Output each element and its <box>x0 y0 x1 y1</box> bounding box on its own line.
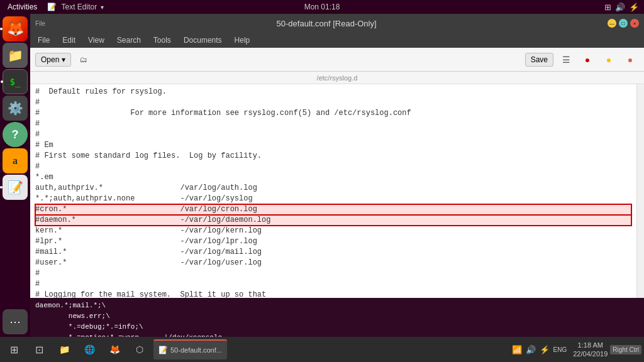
close-window-btn[interactable]: ● <box>621 51 639 69</box>
code-line: # For more information see rsyslog.conf(… <box>35 108 631 119</box>
dock-help[interactable]: ? <box>3 122 28 147</box>
clock-date: 22/04/2019 <box>573 349 608 358</box>
power-icon[interactable]: ⚡ <box>629 3 639 12</box>
window-controls: — □ × <box>608 19 639 28</box>
window-close-btn[interactable]: × <box>630 19 639 28</box>
code-line: auth,authpriv.* /var/log/auth.log <box>35 183 631 194</box>
terminal-line: *.=debug;*.=info;\ <box>35 322 639 332</box>
menu-file[interactable]: File <box>35 35 52 46</box>
editor-window-title: 50-default.conf [Read-Only] <box>45 19 608 28</box>
gnome-bar-left: Activities 📝 Text Editor ▾ <box>5 3 104 11</box>
terminal-icon: $_ <box>10 77 21 87</box>
dock-amazon[interactable]: a <box>3 148 28 173</box>
main-area: File 50-default.conf [Read-Only] — □ × F… <box>30 14 644 337</box>
code-line: # Default rules for rsyslog. <box>35 87 631 97</box>
apps-grid-icon: ⋯ <box>9 315 21 329</box>
right-ctrl-label: Right Ctrl <box>610 345 641 354</box>
code-line: #lpr.* -/var/log/lpr.log <box>35 236 631 247</box>
taskbar: ⊞ ⊡ 📁 🌐 🦊 ⬡ 📝 50-default.conf... 📶 🔊 ⚡ E… <box>0 337 644 362</box>
activities-button[interactable]: Activities <box>5 3 40 11</box>
dock-apps[interactable]: ⋯ <box>3 309 28 334</box>
tray-volume-icon[interactable]: 🔊 <box>526 345 536 354</box>
terminal-line: news.err;\ <box>35 311 639 322</box>
taskbar-firefox-btn[interactable]: 🦊 <box>103 338 126 361</box>
dock-terminal[interactable]: $_ <box>3 69 28 94</box>
editor-window: File 50-default.conf [Read-Only] — □ × F… <box>30 14 644 337</box>
open-button[interactable]: Open ▾ <box>35 53 71 67</box>
code-line: # <box>35 268 631 279</box>
code-area[interactable]: # Default rules for rsyslog. # # For mor… <box>30 84 636 321</box>
window-minimize-btn[interactable]: — <box>608 19 616 28</box>
application-dock: 🦊 📁 $_ ⚙️ ? a 📝 ⋯ <box>0 14 30 337</box>
save-label: Save <box>531 55 548 64</box>
code-line: kern.* -/var/log/kern.log <box>35 226 631 236</box>
taskbar-files-btn[interactable]: 📁 <box>53 338 75 361</box>
firefox-icon: 🦊 <box>7 21 24 37</box>
editor-menu-text: File <box>35 20 45 27</box>
editor-content[interactable]: # Default rules for rsyslog. # # For mor… <box>30 84 644 321</box>
save-button[interactable]: Save <box>525 53 553 67</box>
menu-help[interactable]: Help <box>232 35 253 46</box>
gnome-bar-right: ⊞ 🔊 ⚡ <box>604 3 639 12</box>
menu-documents[interactable]: Documents <box>181 35 225 46</box>
terminal-line: daemon.*;mail.*;\ <box>35 300 639 311</box>
gnome-topbar: Activities 📝 Text Editor ▾ Mon 01:18 ⊞ 🔊… <box>0 0 644 14</box>
code-line: *.em <box>35 172 631 183</box>
code-line: # <box>35 119 631 129</box>
tray-battery-icon[interactable]: ⚡ <box>540 345 550 354</box>
app-menu-label[interactable]: 📝 Text Editor ▾ <box>47 3 103 11</box>
editor-icon: 📝 <box>8 180 23 195</box>
menubar: File Edit View Search Tools Documents He… <box>30 33 644 48</box>
menu-search[interactable]: Search <box>114 35 143 46</box>
settings-icon: ⚙️ <box>8 101 23 116</box>
taskbar-editor-icon: 📝 <box>158 346 168 354</box>
code-line: *.*;auth,authpriv.none -/var/log/syslog <box>35 194 631 204</box>
taskbar-windows-btn[interactable]: ⊞ <box>3 338 25 361</box>
editor-titlebar-left: File <box>35 20 45 27</box>
files-icon: 📁 <box>8 48 23 63</box>
code-line: #mail.* -/var/log/mail.log <box>35 247 631 258</box>
tray-network-icon[interactable]: 📶 <box>512 345 522 354</box>
dock-editor[interactable]: 📝 <box>3 175 28 200</box>
taskbar-3d-btn[interactable]: ⬡ <box>128 338 151 361</box>
dock-settings[interactable]: ⚙️ <box>3 96 28 121</box>
scrollbar[interactable] <box>636 84 644 321</box>
close-file-btn[interactable]: ● <box>579 51 596 69</box>
editor-titlebar: File 50-default.conf [Read-Only] — □ × <box>30 14 644 33</box>
code-line: # <box>35 97 631 108</box>
code-line: # <box>35 162 631 172</box>
menu-button[interactable]: ☰ <box>557 51 575 69</box>
clock-time: 1:18 AM <box>573 341 608 349</box>
help-icon: ? <box>12 128 19 141</box>
code-line: # <box>35 279 631 290</box>
open-label: Open ▾ <box>41 55 65 64</box>
clock-display[interactable]: 1:18 AM 22/04/2019 <box>573 341 608 359</box>
dock-firefox[interactable]: 🦊 <box>3 16 28 41</box>
menu-view[interactable]: View <box>86 35 107 46</box>
system-tray: 📶 🔊 ⚡ ENG <box>508 345 571 354</box>
volume-icon[interactable]: 🔊 <box>615 3 625 12</box>
taskbar-editor-label: 50-default.conf... <box>170 346 222 354</box>
code-line-highlighted: #daemon.* -/var/log/daemon.log <box>35 215 631 226</box>
file-path-text: /etc/rsyslog.d <box>317 74 358 82</box>
amazon-icon: a <box>13 155 18 167</box>
code-line: # First some standard log files. Log by … <box>35 151 631 162</box>
gnome-datetime[interactable]: Mon 01:18 <box>304 3 340 11</box>
window-maximize-btn[interactable]: □ <box>619 19 628 28</box>
recent-files-button[interactable]: 🗂 <box>75 51 92 69</box>
code-line-highlighted: #cron.* /var/log/cron.log <box>35 204 631 215</box>
minimize-file-btn[interactable]: ● <box>600 51 618 69</box>
code-line: #user.* -/var/log/user.log <box>35 258 631 268</box>
menu-edit[interactable]: Edit <box>60 35 78 46</box>
code-line: # <box>35 129 631 140</box>
taskbar-chrome-btn[interactable]: 🌐 <box>78 338 101 361</box>
toolbar: Open ▾ 🗂 Save ☰ ● ● ● <box>30 48 644 72</box>
code-line: # Em <box>35 140 631 151</box>
taskbar-editor-item[interactable]: 📝 50-default.conf... <box>153 339 227 359</box>
taskbar-left: ⊞ ⊡ 📁 🌐 🦊 ⬡ 📝 50-default.conf... <box>3 338 227 361</box>
grid-icon[interactable]: ⊞ <box>604 3 611 12</box>
dock-files[interactable]: 📁 <box>3 43 28 68</box>
menu-tools[interactable]: Tools <box>151 35 174 46</box>
tray-keyboard-icon[interactable]: ENG <box>553 346 567 353</box>
taskbar-tasks-btn[interactable]: ⊡ <box>28 338 50 361</box>
